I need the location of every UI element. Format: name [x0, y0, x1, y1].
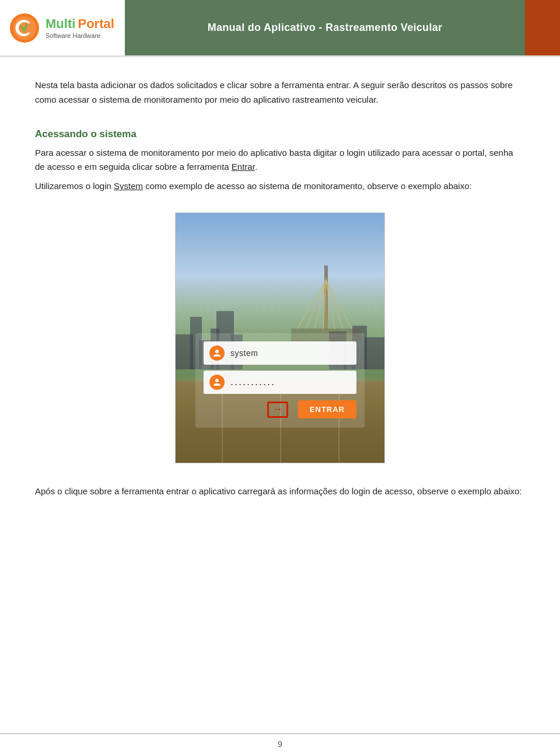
system-link: System	[114, 181, 143, 191]
user-icon	[209, 345, 225, 361]
arrow-button: →	[263, 400, 292, 420]
screenshot-container: system ...........	[35, 212, 525, 463]
login-screenshot: system ...........	[175, 212, 385, 463]
entrar-link: Entrar	[232, 162, 255, 172]
svg-line-3	[297, 280, 326, 330]
username-display-field: system	[204, 341, 356, 365]
svg-line-8	[326, 280, 344, 330]
logo-text: Multi Portal Software Hardware	[46, 16, 114, 40]
header-accent-block	[525, 0, 560, 55]
logo-area: Multi Portal Software Hardware	[0, 0, 125, 55]
logo-sub: Software Hardware	[46, 32, 114, 40]
login-entrar-button[interactable]: ENTRAR	[298, 400, 356, 418]
section-paragraph-1: Para acessar o sistema de monitoramento …	[35, 146, 525, 175]
header-title: Manual do Aplicativo - Rastreamento Veic…	[208, 22, 443, 34]
svg-point-16	[215, 379, 219, 382]
password-dots: ...........	[230, 376, 275, 388]
svg-point-15	[215, 350, 219, 353]
password-display-field: ...........	[204, 371, 356, 394]
bottom-paragraph: Após o clique sobre a ferramenta entrar …	[35, 484, 525, 499]
section-heading: Acessando o sistema	[35, 128, 525, 140]
login-actions: → ENTRAR	[204, 400, 356, 420]
intro-paragraph: Nesta tela basta adicionar os dados soli…	[35, 78, 525, 107]
login-form-overlay: system ...........	[195, 333, 365, 428]
logo-multi: Multi Portal	[46, 16, 114, 31]
lock-icon	[209, 375, 225, 390]
page-number: 9	[278, 739, 282, 749]
page-header: Multi Portal Software Hardware Manual do…	[0, 0, 560, 57]
page-footer: 9	[0, 733, 560, 754]
logo-icon	[9, 13, 40, 43]
bridge-icon	[291, 260, 361, 341]
header-title-bar: Manual do Aplicativo - Rastreamento Veic…	[125, 0, 525, 55]
section-paragraph-2: Utilizaremos o login System como exemplo…	[35, 179, 525, 194]
username-value: system	[230, 348, 258, 358]
main-content: Nesta tela basta adicionar os dados soli…	[0, 57, 560, 520]
